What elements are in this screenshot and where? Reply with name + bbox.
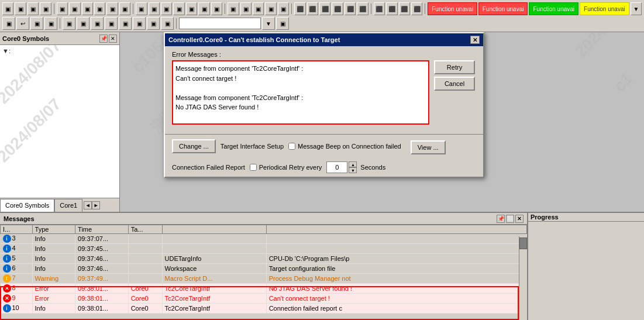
messages-float-btn[interactable]: ⬜ — [506, 215, 514, 223]
panel-controls: 📌 ✕ — [99, 35, 117, 43]
tb2-btn-13[interactable]: ▣ — [276, 17, 289, 30]
tab-prev-btn[interactable]: ◄ — [84, 201, 92, 209]
table-row[interactable]: !7 Warning 09:37:49... Macro Script D...… — [1, 274, 527, 284]
tb-btn-7[interactable]: ▣ — [82, 2, 93, 15]
tb-btn-6[interactable]: ▣ — [69, 2, 80, 15]
tb-btn-9[interactable]: ▣ — [106, 2, 118, 15]
panel-pin-btn[interactable]: 📌 — [99, 35, 108, 43]
tb2-btn-5[interactable]: ▣ — [63, 17, 75, 30]
tb-btn-24[interactable]: ⬛ — [307, 2, 318, 15]
tb-btn-13[interactable]: ▣ — [161, 2, 172, 15]
dialog-close-btn[interactable]: ✕ — [470, 36, 480, 44]
tb-btn-21[interactable]: ▣ — [265, 2, 276, 15]
table-row-error-9[interactable]: ✕9 Error 09:38:01... Core0 Tc2CoreTargIn… — [1, 294, 527, 304]
tb-btn-17[interactable]: ▣ — [211, 2, 222, 15]
tb2-btn-3[interactable]: ▣ — [30, 17, 43, 30]
tb-btn-28[interactable]: ⬛ — [357, 2, 368, 15]
tb2-btn-11[interactable]: ▣ — [147, 17, 160, 30]
tb-btn-15[interactable]: ▣ — [186, 2, 197, 15]
tb-btn-5[interactable]: ▣ — [57, 2, 68, 15]
messages-close-btn[interactable]: ✕ — [515, 215, 524, 223]
connection-failed-report-label: Connection Failed Report — [172, 164, 245, 171]
scrollbar-thumb[interactable] — [519, 238, 527, 249]
tab-core0-symbols[interactable]: Core0 Symbols — [0, 199, 54, 212]
col-target: Ta... — [128, 225, 162, 234]
cell-target: Core0 — [128, 304, 162, 314]
cell-id: ✕9 — [1, 294, 33, 304]
cell-target — [128, 274, 162, 284]
table-row-error-8[interactable]: ✕8 Error 09:38:01... Core0 Tc2CoreTargIn… — [1, 284, 527, 294]
table-row[interactable]: i3 Info 09:37:07... — [1, 234, 527, 244]
cell-source: UDETargInfo — [162, 254, 266, 264]
messages-pin-btn[interactable]: 📌 — [497, 215, 505, 223]
tab-core1[interactable]: Core1 — [54, 199, 82, 212]
function-unavail-1[interactable]: Function unavai — [428, 2, 477, 15]
info-icon: i — [3, 304, 11, 312]
table-row-info-10[interactable]: i10 Info 09:38:01... Core0 Tc2CoreTargIn… — [1, 304, 527, 314]
cell-id: !7 — [1, 274, 33, 284]
tb-btn-2[interactable]: ▣ — [15, 2, 26, 15]
tb2-btn-4[interactable]: ▣ — [44, 17, 57, 30]
tb-btn-8[interactable]: ▣ — [94, 2, 105, 15]
tb-btn-25[interactable]: ⬛ — [319, 2, 330, 15]
tb2-btn-6[interactable]: ▣ — [77, 17, 89, 30]
tb-btn-16[interactable]: ▣ — [198, 2, 209, 15]
tb-btn-3[interactable]: ▣ — [27, 2, 39, 15]
messages-controls: 📌 ⬜ ✕ — [497, 215, 524, 223]
col-type: Type — [32, 225, 75, 234]
tb-btn-20[interactable]: ▣ — [253, 2, 264, 15]
tb-btn-12[interactable]: ▣ — [149, 2, 160, 15]
dialog-title-text: Controller0.Core0 - Can't establish Conn… — [168, 36, 340, 43]
cell-time: 09:37:46... — [75, 254, 129, 264]
function-unavail-2[interactable]: Function unavai — [478, 2, 528, 15]
tb-btn-30[interactable]: ⬛ — [386, 2, 397, 15]
spinner-down-btn[interactable]: ▼ — [349, 167, 357, 173]
table-row[interactable]: i6 Info 09:37:46... Workspace Target con… — [1, 264, 527, 274]
tb2-btn-8[interactable]: ▣ — [105, 17, 118, 30]
tb2-btn-1[interactable]: ▣ — [2, 17, 15, 30]
tb-btn-14[interactable]: ▣ — [173, 2, 184, 15]
tb-btn-1[interactable]: ▣ — [2, 2, 13, 15]
tb-btn-10[interactable]: ▣ — [119, 2, 130, 15]
error-dialog: Controller0.Core0 - Can't establish Conn… — [164, 32, 484, 178]
tb-btn-27[interactable]: ⬛ — [345, 2, 356, 15]
tb2-btn-10[interactable]: ▣ — [133, 17, 146, 30]
tb2-btn-9[interactable]: ▣ — [119, 17, 132, 30]
tb2-combo-drop[interactable]: ▼ — [262, 17, 275, 30]
cell-msg: No JTAG DAS Server found ! — [266, 284, 526, 294]
tb2-btn-7[interactable]: ▣ — [91, 17, 104, 30]
spinner-up-btn[interactable]: ▲ — [349, 161, 357, 167]
table-row[interactable]: i4 Info 09:37:45... — [1, 244, 527, 254]
message-beep-checkbox[interactable] — [288, 143, 295, 150]
cancel-button[interactable]: Cancel — [434, 77, 475, 91]
retry-value-input[interactable]: 0 — [326, 161, 347, 173]
tb-btn-31[interactable]: ⬛ — [399, 2, 410, 15]
panel-titlebar: Core0 Symbols 📌 ✕ — [0, 32, 119, 45]
tb-btn-4[interactable]: ▣ — [40, 2, 51, 15]
tb2-btn-12[interactable]: ▣ — [161, 17, 174, 30]
table-row[interactable]: i5 Info 09:37:46... UDETargInfo CPU-Db '… — [1, 254, 527, 264]
tb-btn-32[interactable]: ⬛ — [411, 2, 422, 15]
function-dropdown-btn[interactable]: ▼ — [631, 2, 642, 15]
tab-next-btn[interactable]: ► — [92, 201, 100, 209]
toolbar-combo-input[interactable] — [179, 18, 261, 29]
tb-btn-22[interactable]: ▣ — [278, 2, 289, 15]
change-button[interactable]: Change ... — [172, 139, 216, 153]
tb-btn-23[interactable]: ⬛ — [294, 2, 305, 15]
tb-btn-18[interactable]: ▣ — [228, 2, 239, 15]
retry-spinner-group: 0 ▲ ▼ Seconds — [326, 161, 385, 173]
view-button[interactable]: View ... — [411, 140, 446, 154]
function-unavail-4[interactable]: Function unavai — [580, 2, 629, 15]
periodical-retry-checkbox[interactable] — [250, 164, 257, 171]
function-unavail-3[interactable]: Function unavai — [529, 2, 578, 15]
panel-close-btn[interactable]: ✕ — [109, 35, 117, 43]
tb2-btn-2[interactable]: ↩ — [16, 17, 29, 30]
cell-time: 09:38:01... — [75, 284, 129, 294]
tb-btn-11[interactable]: ▣ — [136, 2, 147, 15]
tb-btn-26[interactable]: ⬛ — [332, 2, 343, 15]
table-scrollbar[interactable] — [519, 236, 527, 320]
tb-btn-19[interactable]: ▣ — [240, 2, 252, 15]
retry-button[interactable]: Retry — [434, 60, 475, 74]
messages-data-table: I... Type Time Ta... i3 Info 09:37:07... — [0, 225, 527, 314]
tb-btn-29[interactable]: ⬛ — [374, 2, 385, 15]
